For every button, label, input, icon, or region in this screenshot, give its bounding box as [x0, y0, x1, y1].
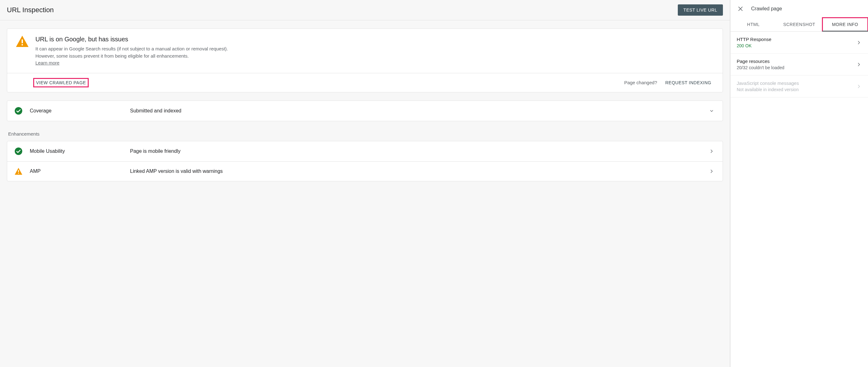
- main-panel: URL Inspection TEST LIVE URL URL is on G…: [0, 0, 730, 367]
- side-item-sub: Not available in indexed version: [737, 87, 852, 92]
- side-panel: Crawled page HTML SCREENSHOT MORE INFO H…: [730, 0, 868, 367]
- side-tabs: HTML SCREENSHOT MORE INFO: [731, 18, 868, 32]
- svg-rect-1: [22, 44, 23, 45]
- svg-rect-0: [22, 39, 23, 43]
- close-icon: [737, 6, 744, 12]
- amp-row[interactable]: AMP Linked AMP version is valid with war…: [7, 161, 722, 181]
- status-block: URL is on Google, but has issues It can …: [7, 29, 722, 73]
- side-item-sub: 200 OK: [737, 43, 852, 48]
- side-header: Crawled page: [731, 0, 868, 18]
- side-item-sub: 20/32 couldn't be loaded: [737, 65, 852, 70]
- status-actions: VIEW CRAWLED PAGE Page changed? REQUEST …: [7, 73, 722, 92]
- side-item-title: HTTP Response: [737, 37, 852, 42]
- coverage-row[interactable]: Coverage Submitted and indexed: [7, 101, 722, 121]
- status-description: It can appear in Google Search results (…: [35, 45, 236, 67]
- request-indexing-button[interactable]: REQUEST INDEXING: [663, 78, 714, 87]
- mobile-usability-row[interactable]: Mobile Usability Page is mobile friendly: [7, 141, 722, 161]
- coverage-value: Submitted and indexed: [130, 108, 703, 114]
- page-title: URL Inspection: [7, 6, 54, 14]
- svg-point-2: [15, 107, 22, 114]
- check-icon: [15, 107, 24, 114]
- status-title: URL is on Google, but has issues: [35, 36, 714, 43]
- js-console-row: JavaScript console messages Not availabl…: [731, 75, 868, 97]
- side-item-title: Page resources: [737, 59, 852, 64]
- test-live-url-button[interactable]: TEST LIVE URL: [678, 4, 723, 16]
- learn-more-link[interactable]: Learn more: [35, 60, 60, 65]
- chevron-down-icon: [709, 108, 715, 114]
- side-list: HTTP Response 200 OK Page resources 20/3…: [731, 32, 868, 97]
- chevron-right-icon: [856, 84, 862, 89]
- status-description-text: It can appear in Google Search results (…: [35, 46, 228, 59]
- view-crawled-page-button[interactable]: VIEW CRAWLED PAGE: [34, 78, 88, 87]
- main-content: URL is on Google, but has issues It can …: [0, 20, 730, 190]
- chevron-right-icon: [709, 168, 715, 174]
- side-item-title: JavaScript console messages: [737, 80, 852, 86]
- coverage-label: Coverage: [30, 108, 124, 114]
- coverage-card: Coverage Submitted and indexed: [7, 101, 723, 121]
- row-label: Mobile Usability: [30, 148, 124, 154]
- svg-rect-4: [18, 170, 19, 172]
- close-button[interactable]: [736, 4, 745, 13]
- status-card: URL is on Google, but has issues It can …: [7, 29, 723, 92]
- page-resources-row[interactable]: Page resources 20/32 couldn't be loaded: [731, 54, 868, 75]
- main-header: URL Inspection TEST LIVE URL: [0, 0, 730, 20]
- check-icon: [15, 147, 24, 155]
- chevron-right-icon: [709, 148, 715, 154]
- svg-rect-5: [18, 173, 19, 174]
- row-value: Linked AMP version is valid with warning…: [130, 168, 703, 174]
- chevron-right-icon: [856, 40, 862, 45]
- tab-screenshot[interactable]: SCREENSHOT: [776, 18, 822, 31]
- http-response-row[interactable]: HTTP Response 200 OK: [731, 32, 868, 54]
- tab-html[interactable]: HTML: [731, 18, 776, 31]
- enhancements-card: Mobile Usability Page is mobile friendly…: [7, 141, 723, 181]
- enhancements-section-label: Enhancements: [8, 131, 723, 136]
- row-value: Page is mobile friendly: [130, 148, 703, 154]
- page-changed-label: Page changed?: [624, 80, 657, 85]
- chevron-right-icon: [856, 62, 862, 67]
- row-label: AMP: [30, 168, 124, 174]
- tab-more-info[interactable]: MORE INFO: [822, 18, 868, 31]
- warning-icon: [16, 36, 29, 67]
- svg-point-3: [15, 147, 22, 155]
- warning-icon: [15, 168, 24, 175]
- side-panel-title: Crawled page: [751, 6, 782, 11]
